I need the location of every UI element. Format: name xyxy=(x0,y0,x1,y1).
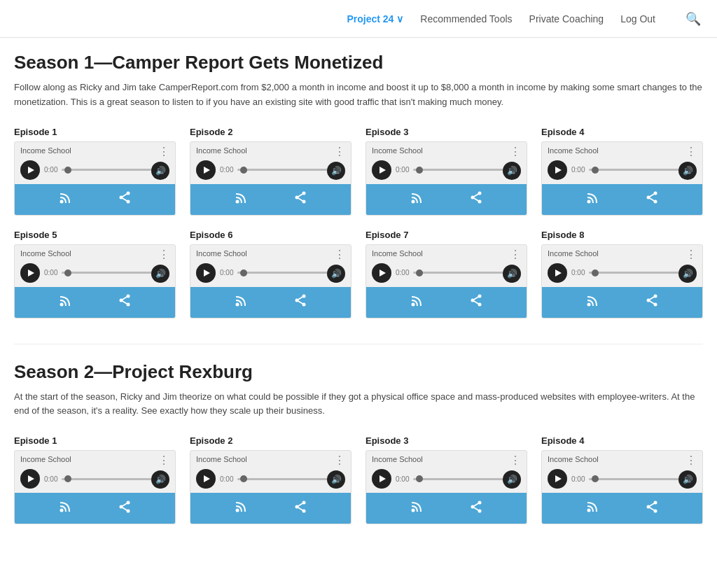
player-bottom-bar xyxy=(366,493,527,524)
volume-button[interactable]: 🔊 xyxy=(327,265,345,283)
player-bottom-bar xyxy=(15,184,175,215)
volume-button[interactable]: 🔊 xyxy=(151,470,169,489)
time-display: 0:00 xyxy=(571,475,585,483)
rss-button[interactable] xyxy=(58,498,74,518)
episode-label-s1-e7: Episode 7 xyxy=(366,230,527,240)
play-button[interactable] xyxy=(372,160,391,180)
nav-private-coaching[interactable]: Private Coaching xyxy=(529,13,604,24)
nav-recommended-tools[interactable]: Recommended Tools xyxy=(420,13,512,24)
player-bottom-bar xyxy=(15,287,175,318)
volume-button[interactable]: 🔊 xyxy=(503,265,521,283)
season-2-desc: At the start of the season, Ricky and Ji… xyxy=(14,390,703,419)
share-button[interactable] xyxy=(293,500,307,517)
volume-button[interactable]: 🔊 xyxy=(678,162,697,180)
player-more-button[interactable]: ⋮ xyxy=(510,455,521,466)
volume-button[interactable]: 🔊 xyxy=(327,162,345,180)
svg-line-29 xyxy=(121,300,128,304)
share-button[interactable] xyxy=(293,293,307,311)
player-more-button[interactable]: ⋮ xyxy=(334,455,345,466)
play-button[interactable] xyxy=(20,263,40,283)
player-controls: 0:00 🔊 xyxy=(15,263,175,287)
episode-block-s2-e1: Episode 1 Income School ⋮ 0:00 🔊 xyxy=(14,435,176,524)
nav-logout[interactable]: Log Out xyxy=(620,13,655,24)
volume-button[interactable]: 🔊 xyxy=(151,162,169,180)
time-display: 0:00 xyxy=(396,475,409,483)
play-button[interactable] xyxy=(372,469,391,489)
player-widget: Income School ⋮ 0:00 🔊 xyxy=(14,244,176,318)
volume-button[interactable]: 🔊 xyxy=(151,265,169,283)
share-button[interactable] xyxy=(469,293,483,311)
player-more-button[interactable]: ⋮ xyxy=(685,455,697,466)
volume-button[interactable]: 🔊 xyxy=(327,470,345,489)
play-button[interactable] xyxy=(20,160,40,180)
play-button[interactable] xyxy=(548,263,567,283)
share-button[interactable] xyxy=(118,190,132,208)
time-display: 0:00 xyxy=(396,269,409,276)
player-more-button[interactable]: ⋮ xyxy=(158,249,169,260)
svg-line-71 xyxy=(648,507,655,511)
player-controls: 0:00 🔊 xyxy=(542,160,702,184)
episode-label-s1-e5: Episode 5 xyxy=(14,230,176,240)
player-more-button[interactable]: ⋮ xyxy=(158,455,169,466)
play-button[interactable] xyxy=(196,160,216,180)
play-button[interactable] xyxy=(196,263,216,283)
episode-label-s2-e1: Episode 1 xyxy=(14,435,176,446)
share-button[interactable] xyxy=(645,293,659,311)
time-display: 0:00 xyxy=(220,166,233,174)
svg-line-10 xyxy=(297,193,304,197)
episode-label-s1-e3: Episode 3 xyxy=(366,127,527,137)
rss-button[interactable] xyxy=(410,498,425,518)
player-brand: Income School xyxy=(196,249,247,258)
rss-button[interactable] xyxy=(234,498,249,518)
share-button[interactable] xyxy=(645,500,659,517)
progress-dot xyxy=(416,475,423,482)
play-button[interactable] xyxy=(548,160,567,180)
player-more-button[interactable]: ⋮ xyxy=(334,249,345,260)
player-more-button[interactable]: ⋮ xyxy=(510,249,521,260)
share-button[interactable] xyxy=(469,190,483,208)
rss-button[interactable] xyxy=(58,190,74,209)
player-bottom-bar xyxy=(366,287,527,318)
rss-button[interactable] xyxy=(234,190,249,209)
player-controls: 0:00 🔊 xyxy=(366,469,527,493)
rss-button[interactable] xyxy=(585,293,601,312)
player-controls: 0:00 🔊 xyxy=(542,263,702,287)
play-button[interactable] xyxy=(548,469,567,489)
share-button[interactable] xyxy=(469,500,483,517)
share-button[interactable] xyxy=(118,293,132,311)
play-button[interactable] xyxy=(372,263,391,283)
search-button[interactable]: 🔍 xyxy=(683,9,703,29)
share-button[interactable] xyxy=(645,190,659,208)
player-more-button[interactable]: ⋮ xyxy=(685,146,697,158)
volume-button[interactable]: 🔊 xyxy=(678,470,697,489)
rss-button[interactable] xyxy=(58,293,74,312)
player-controls: 0:00 🔊 xyxy=(15,469,175,493)
player-header: Income School ⋮ xyxy=(366,451,527,469)
player-brand: Income School xyxy=(548,249,599,258)
svg-point-30 xyxy=(236,302,239,306)
player-more-button[interactable]: ⋮ xyxy=(158,146,169,158)
player-bottom-bar xyxy=(542,184,702,215)
share-button[interactable] xyxy=(118,500,132,517)
episode-block-s2-e4: Episode 4 Income School ⋮ 0:00 🔊 xyxy=(541,435,703,524)
player-more-button[interactable]: ⋮ xyxy=(334,146,345,158)
play-button[interactable] xyxy=(20,469,40,489)
volume-button[interactable]: 🔊 xyxy=(678,265,697,283)
episode-label-s1-e6: Episode 6 xyxy=(190,230,351,240)
rss-button[interactable] xyxy=(410,293,425,312)
rss-button[interactable] xyxy=(585,498,601,518)
svg-line-64 xyxy=(473,503,480,507)
volume-button[interactable]: 🔊 xyxy=(503,162,521,180)
share-button[interactable] xyxy=(293,190,307,208)
rss-button[interactable] xyxy=(585,190,601,209)
rss-button[interactable] xyxy=(234,293,249,312)
player-header: Income School ⋮ xyxy=(15,142,175,160)
play-button[interactable] xyxy=(196,469,216,489)
volume-button[interactable]: 🔊 xyxy=(503,470,521,489)
svg-line-11 xyxy=(297,197,304,202)
nav-project24[interactable]: Project 24 ∨ xyxy=(347,13,403,24)
player-brand: Income School xyxy=(372,455,423,463)
player-more-button[interactable]: ⋮ xyxy=(510,146,521,158)
player-more-button[interactable]: ⋮ xyxy=(685,249,697,260)
rss-button[interactable] xyxy=(410,190,425,209)
